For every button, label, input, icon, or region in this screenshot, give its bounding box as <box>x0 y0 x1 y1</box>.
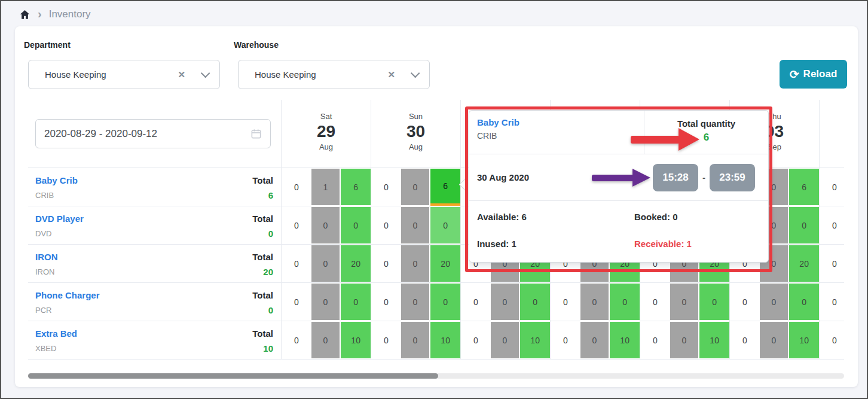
product-link[interactable]: DVD Player <box>35 214 84 225</box>
day-cell-green[interactable]: 10 <box>341 321 371 359</box>
home-icon[interactable] <box>19 9 30 20</box>
day-group: 0020 <box>819 245 844 282</box>
product-link[interactable]: Baby Crib <box>35 175 78 187</box>
day-cell-green[interactable]: 0 <box>520 283 550 321</box>
day-cell-gray[interactable]: 0 <box>311 321 341 359</box>
day-cell-white[interactable]: 0 <box>551 321 580 359</box>
day-cell-green[interactable]: 0 <box>699 283 729 321</box>
day-cell-green[interactable]: 0 <box>789 206 819 244</box>
clear-icon[interactable]: ✕ <box>387 69 395 80</box>
day-cell-green[interactable]: 10 <box>430 321 460 359</box>
day-cell-green[interactable]: 0 <box>789 283 819 321</box>
day-cell-green[interactable]: 0 <box>430 283 460 321</box>
day-header: Sun30Aug <box>371 100 460 167</box>
day-cell-green[interactable]: 10 <box>520 321 550 359</box>
day-group: 0010 <box>819 321 844 359</box>
day-cell-white[interactable]: 0 <box>820 283 844 321</box>
day-group: 000 <box>281 206 371 244</box>
red-arrow <box>631 128 699 151</box>
day-cell-white[interactable]: 0 <box>820 245 844 282</box>
day-cell-gray[interactable]: 0 <box>401 168 431 206</box>
day-cell-white[interactable]: 0 <box>282 168 311 206</box>
day-cell-green[interactable]: 0 <box>341 206 371 244</box>
horizontal-scrollbar[interactable] <box>28 373 844 379</box>
day-cell-green[interactable]: 10 <box>699 321 729 359</box>
day-cell-white[interactable]: 0 <box>282 283 311 321</box>
day-group: 0020 <box>281 245 371 282</box>
day-cell-green[interactable]: 0 <box>430 206 460 244</box>
department-select[interactable]: House Keeping ✕ <box>28 60 220 89</box>
day-cell-green[interactable]: 6 <box>789 168 819 206</box>
day-cell-gray[interactable]: 0 <box>491 283 521 321</box>
day-cell-gray[interactable]: 0 <box>401 321 431 359</box>
day-cell-white[interactable]: 0 <box>371 245 401 282</box>
breadcrumb: › Inventory <box>19 7 91 22</box>
day-cell-gray[interactable]: 0 <box>491 321 521 359</box>
page-title: Inventory <box>49 8 91 20</box>
product-cell: IRONIRONTotal20 <box>28 245 281 282</box>
day-cell-green[interactable]: 20 <box>789 245 819 282</box>
day-cell-white[interactable]: 0 <box>820 206 844 244</box>
day-cell-white[interactable]: 0 <box>461 321 491 359</box>
reload-button[interactable]: ⟳ Reload <box>780 60 847 89</box>
department-value: House Keeping <box>45 69 178 80</box>
product-code: PCR <box>35 306 100 315</box>
day-cell-green[interactable]: 20 <box>430 245 460 282</box>
clear-icon[interactable]: ✕ <box>178 69 185 80</box>
day-cell-gray[interactable]: 0 <box>311 283 341 321</box>
day-cell-gray[interactable]: 0 <box>401 206 431 244</box>
day-cell-white[interactable]: 0 <box>371 283 401 321</box>
day-cell-gray[interactable]: 0 <box>760 321 790 359</box>
day-cell-white[interactable]: 0 <box>371 321 401 359</box>
day-cell-gray[interactable]: 0 <box>580 321 610 359</box>
date-range-value: 2020-08-29 - 2020-09-12 <box>44 128 250 140</box>
day-cell-green[interactable]: 20 <box>341 245 371 282</box>
day-cell-white[interactable]: 0 <box>640 321 670 359</box>
day-cell-gray[interactable]: 0 <box>670 283 700 321</box>
day-cell-white[interactable]: 0 <box>371 168 401 206</box>
day-cell-green[interactable]: 6 <box>341 168 371 206</box>
product-code: DVD <box>35 229 84 238</box>
product-link[interactable]: Phone Charger <box>35 290 100 301</box>
day-cell-gray[interactable]: 0 <box>401 245 431 282</box>
warehouse-select[interactable]: House Keeping ✕ <box>238 60 430 89</box>
day-cell-gray[interactable]: 0 <box>670 321 700 359</box>
date-range-input[interactable]: 2020-08-29 - 2020-09-12 <box>35 119 271 148</box>
popup-product-link[interactable]: Baby Crib <box>477 117 644 127</box>
product-link[interactable]: IRON <box>35 252 58 263</box>
day-cell-gray[interactable]: 0 <box>311 245 341 282</box>
day-cell-white[interactable]: 0 <box>282 321 311 359</box>
day-cell-white[interactable]: 0 <box>730 321 760 359</box>
day-cell-white[interactable]: 0 <box>282 206 311 244</box>
day-num: 29 <box>317 122 335 141</box>
row-total-value: 0 <box>252 305 273 315</box>
day-cell-green[interactable]: 10 <box>789 321 819 359</box>
day-cell-white[interactable]: 0 <box>282 245 311 282</box>
day-cell-gray[interactable]: 0 <box>401 283 431 321</box>
day-cell-white[interactable]: 0 <box>551 283 580 321</box>
day-cell-white[interactable]: 0 <box>820 168 844 206</box>
day-cell-white[interactable]: 0 <box>640 283 670 321</box>
day-cell-white[interactable]: 0 <box>461 283 491 321</box>
day-cell-green[interactable]: 6 <box>430 168 460 206</box>
day-group: 0010 <box>640 321 729 359</box>
calendar-icon[interactable] <box>250 128 262 139</box>
row-total-value: 10 <box>252 343 273 354</box>
scrollbar-thumb[interactable] <box>28 373 438 379</box>
day-cell-gray[interactable]: 0 <box>580 283 610 321</box>
product-cell: Phone ChargerPCRTotal0 <box>28 283 281 321</box>
day-dow: Sat <box>320 112 332 121</box>
day-cell-green[interactable]: 0 <box>341 283 371 321</box>
day-cell-green[interactable]: 0 <box>610 283 640 321</box>
day-cell-white[interactable]: 0 <box>730 283 760 321</box>
day-group: 0010 <box>729 321 819 359</box>
day-cell-white[interactable]: 0 <box>371 206 401 244</box>
day-cell-gray[interactable]: 0 <box>311 206 341 244</box>
chevron-down-icon[interactable] <box>411 69 420 78</box>
day-cell-green[interactable]: 10 <box>610 321 640 359</box>
product-link[interactable]: Extra Bed <box>35 328 77 340</box>
day-cell-gray[interactable]: 1 <box>311 168 341 206</box>
chevron-down-icon[interactable] <box>201 69 210 78</box>
day-cell-gray[interactable]: 0 <box>760 283 790 321</box>
day-cell-white[interactable]: 0 <box>820 321 844 359</box>
